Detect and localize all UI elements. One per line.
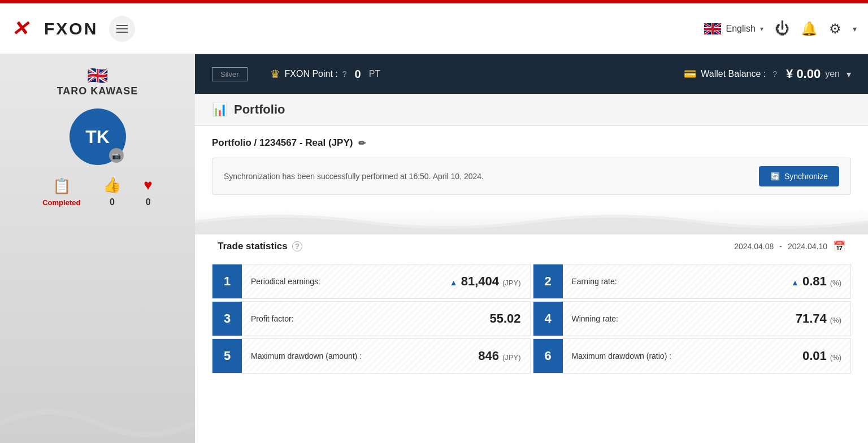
header: ✕ FXON English ▾ ⏻ 🔔 [0, 3, 868, 54]
edit-icon[interactable]: ✏ [358, 138, 366, 149]
stat-card-3: 3 Profit factor: 55.02 [212, 301, 531, 336]
wave-divider [195, 206, 868, 234]
stat-label-1: Periodical earnings: [251, 277, 320, 286]
stat-badge-4: 4 [533, 302, 563, 336]
stat-value-2: 0.81 [802, 274, 827, 289]
hamburger-line [116, 32, 128, 33]
main-content: Silver ♛ FXON Point : ? 0 PT 💳 Wallet Ba… [195, 54, 868, 443]
stat-badge-3: 3 [212, 302, 242, 336]
date-separator: - [779, 242, 782, 251]
stats-row-1: 1 Periodical earnings: ▲ 81,404 (JPY) [212, 264, 851, 299]
stat-value-area-6: 0.01 (%) [802, 349, 841, 363]
svg-text:✕: ✕ [11, 18, 30, 40]
completed-icon: 📋 [53, 177, 71, 195]
fxon-point-section: ♛ FXON Point : ? 0 PT [270, 67, 381, 81]
stat-hearts: ♥ 0 [144, 176, 152, 207]
likes-icon: 👍 [103, 176, 121, 194]
synchronize-button[interactable]: 🔄 Synchronize [759, 166, 839, 186]
date-start: 2024.04.08 [734, 242, 774, 251]
logo-icon: ✕ [11, 18, 40, 40]
stat-content-5: Maximum drawdown (amount) : 846 (JPY) [242, 339, 530, 373]
stat-card-4: 4 Winning rate: 71.74 (%) [533, 301, 852, 336]
wallet-help[interactable]: ? [772, 70, 777, 79]
stats-row-3: 5 Maximum drawdown (amount) : 846 (JPY) [212, 338, 851, 373]
uk-flag-icon [704, 23, 722, 34]
stat-value-area-4: 71.74 (%) [796, 311, 841, 326]
hearts-icon: ♥ [144, 176, 152, 194]
wallet-label: Wallet Balance : [701, 69, 766, 79]
stat-value-area-2: ▲ 0.81 (%) [791, 274, 841, 289]
avatar-container: TK 📷 [70, 108, 126, 165]
hamburger-line [116, 25, 128, 26]
language-selector[interactable]: English ▾ [704, 23, 763, 34]
fxon-point-value: 0 [355, 68, 361, 81]
stat-arrow-2: ▲ [791, 278, 799, 287]
trade-stats-label: Trade statistics [218, 241, 288, 252]
power-button[interactable]: ⏻ [775, 20, 789, 37]
stat-card-6: 6 Maximum drawdown (ratio) : 0.01 (%) [533, 338, 852, 373]
stat-label-3: Profit factor: [251, 314, 293, 323]
logo-text: FXON [44, 19, 98, 38]
fxon-point-help[interactable]: ? [342, 70, 347, 79]
stat-content-4: Winning rate: 71.74 (%) [563, 302, 851, 336]
stat-label-4: Winning rate: [572, 314, 618, 323]
silver-badge: Silver [212, 67, 248, 81]
stat-content-3: Profit factor: 55.02 [242, 302, 530, 336]
notifications-button[interactable]: 🔔 [801, 21, 818, 37]
sync-icon: 🔄 [770, 172, 780, 181]
calendar-icon[interactable]: 📅 [833, 240, 845, 253]
hamburger-button[interactable] [109, 16, 135, 42]
avatar-camera-button[interactable]: 📷 [109, 148, 124, 163]
main-layout: 🇬🇧 TARO KAWASE TK 📷 📋 Completed 👍 0 [0, 54, 868, 443]
hearts-value: 0 [146, 197, 151, 207]
dark-bar: Silver ♛ FXON Point : ? 0 PT 💳 Wallet Ba… [195, 54, 868, 94]
wallet-dropdown-arrow[interactable]: ▾ [847, 69, 851, 80]
wave-svg [195, 206, 868, 234]
stat-content-1: Periodical earnings: ▲ 81,404 (JPY) [242, 264, 530, 298]
language-label: English [726, 24, 756, 34]
stat-content-6: Maximum drawdown (ratio) : 0.01 (%) [563, 339, 851, 373]
stat-badge-5: 5 [212, 339, 242, 373]
wallet-icon: 💳 [684, 68, 696, 80]
stat-value-3: 55.02 [489, 311, 520, 326]
stat-value-1: 81,404 [461, 274, 499, 289]
stat-unit-2: (%) [830, 279, 841, 287]
stat-value-5: 846 [478, 349, 499, 363]
portfolio-title: Portfolio [234, 102, 285, 117]
stat-value-4: 71.74 [796, 311, 827, 326]
stat-unit-4: (%) [830, 316, 841, 324]
completed-label: Completed [42, 198, 80, 207]
stat-arrow-1: ▲ [450, 278, 458, 287]
stats-row-2: 3 Profit factor: 55.02 4 [212, 301, 851, 336]
sync-message: Synchronization has been successfully pe… [224, 172, 484, 181]
stat-content-2: Earning rate: ▲ 0.81 (%) [563, 264, 851, 298]
stat-unit-6: (%) [830, 353, 841, 362]
portfolio-subtitle-text: Portfolio / 1234567 - Real (JPY) [212, 137, 353, 149]
stat-card-5: 5 Maximum drawdown (amount) : 846 (JPY) [212, 338, 531, 373]
camera-icon: 📷 [112, 151, 121, 160]
crown-icon: ♛ [270, 67, 280, 81]
logo: ✕ FXON [11, 18, 98, 40]
settings-dropdown-arrow[interactable]: ▾ [853, 24, 857, 33]
stats-grid: 1 Periodical earnings: ▲ 81,404 (JPY) [212, 264, 851, 373]
user-name: TARO KAWASE [57, 85, 138, 97]
sync-bar: Synchronization has been successfully pe… [212, 158, 851, 195]
user-stats: 📋 Completed 👍 0 ♥ 0 [42, 176, 153, 207]
trade-stats-title: Trade statistics ? [218, 241, 302, 252]
wallet-value: ¥ 0.00 [786, 67, 821, 81]
stat-value-6: 0.01 [802, 349, 827, 363]
stat-value-area-1: ▲ 81,404 (JPY) [450, 274, 521, 289]
date-end: 2024.04.10 [788, 242, 827, 251]
header-right: English ▾ ⏻ 🔔 ⚙ ▾ [704, 20, 857, 37]
stat-unit-5: (JPY) [502, 353, 521, 362]
stat-label-2: Earning rate: [572, 277, 617, 286]
stat-label-6: Maximum drawdown (ratio) : [572, 351, 672, 361]
portfolio-header: 📊 Portfolio [195, 94, 868, 126]
stat-badge-2: 2 [533, 264, 563, 298]
settings-button[interactable]: ⚙ [829, 21, 841, 37]
wallet-currency: yen [825, 69, 840, 79]
stat-value-area-5: 846 (JPY) [478, 349, 520, 363]
trade-stats-help[interactable]: ? [292, 241, 302, 251]
stat-card-1: 1 Periodical earnings: ▲ 81,404 (JPY) [212, 264, 531, 299]
avatar-initials: TK [85, 127, 110, 147]
